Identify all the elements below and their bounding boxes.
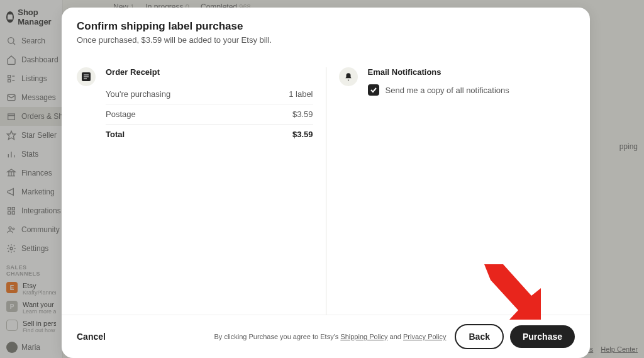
bell-icon: [339, 67, 358, 86]
receipt-row: You're purchasing 1 label: [106, 84, 313, 104]
notification-checkbox-row[interactable]: Send me a copy of all notifications: [368, 84, 575, 96]
notifications-section: Email Notifications Send me a copy of al…: [326, 67, 575, 315]
disclaimer: By clicking Purchase you agree to Etsy's…: [214, 333, 447, 340]
modal-title: Confirm shipping label purchase: [77, 20, 575, 33]
confirm-modal: Confirm shipping label purchase Once pur…: [62, 8, 590, 358]
receipt-row: Postage $3.59: [106, 104, 313, 125]
modal-footer: Cancel By clicking Purchase you agree to…: [62, 315, 590, 358]
checkbox-label: Send me a copy of all notifications: [386, 86, 509, 95]
receipt-icon: [77, 67, 96, 86]
back-button[interactable]: Back: [455, 324, 503, 349]
modal-body: Order Receipt You're purchasing 1 label …: [62, 50, 590, 315]
receipt-total-label: Total: [106, 130, 125, 139]
receipt-label: You're purchasing: [106, 89, 170, 99]
cancel-button[interactable]: Cancel: [77, 332, 106, 342]
receipt-total: Total $3.59: [106, 125, 313, 144]
receipt-value: 1 label: [289, 89, 313, 99]
receipt-heading: Order Receipt: [106, 67, 313, 77]
shipping-policy-link[interactable]: Shipping Policy: [340, 333, 387, 340]
modal-subtitle: Once purchased, $3.59 will be added to y…: [77, 35, 575, 45]
privacy-policy-link[interactable]: Privacy Policy: [403, 333, 446, 340]
receipt-total-value: $3.59: [292, 130, 313, 139]
receipt-label: Postage: [106, 109, 136, 119]
receipt-value: $3.59: [292, 109, 313, 119]
notifications-heading: Email Notifications: [368, 67, 575, 77]
purchase-button[interactable]: Purchase: [510, 325, 575, 348]
modal-header: Confirm shipping label purchase Once pur…: [62, 8, 590, 50]
checkbox[interactable]: [368, 84, 379, 96]
order-receipt-section: Order Receipt You're purchasing 1 label …: [77, 67, 326, 315]
